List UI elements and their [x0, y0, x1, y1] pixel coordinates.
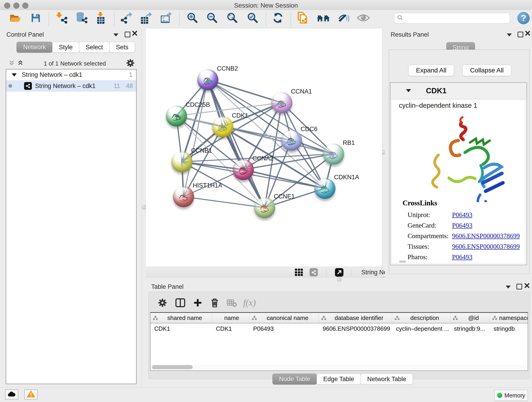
protein-structure-icon — [258, 201, 271, 215]
crosslink-row: Tissues:9606.ENSP00000378699 — [408, 241, 521, 252]
node-label-CDK1: CDK1 — [232, 112, 248, 119]
tree-expand-icon[interactable] — [12, 73, 17, 77]
network-node-CCNE1[interactable] — [254, 197, 275, 218]
network-canvas[interactable]: CCNB2 CCNA1 CDC25B CDK1 CDC6 RB1CCNB1 CC… — [146, 28, 382, 267]
table-row[interactable]: CDK1CDK1P064939606.ENSP00000378699cyclin… — [151, 323, 528, 334]
collapse-all-icon[interactable] — [8, 60, 15, 67]
warnings-button[interactable] — [24, 389, 38, 400]
network-node-CCNB1[interactable] — [171, 151, 192, 172]
export-network-icon — [120, 12, 133, 25]
status-bar: Memory — [0, 387, 532, 402]
network-type-share-icon — [310, 268, 318, 276]
search-input[interactable] — [403, 14, 510, 22]
add-column-icon[interactable] — [193, 298, 202, 308]
import-network-button[interactable] — [56, 12, 68, 25]
panel-float-icon[interactable] — [125, 32, 130, 37]
result-entry-header[interactable]: CDK1 — [390, 83, 526, 99]
tab-network-table[interactable]: Network Table — [361, 374, 413, 385]
import-database-button[interactable] — [75, 12, 88, 25]
network-node-CCNA1[interactable] — [271, 92, 292, 113]
birdseye-grid-icon[interactable] — [295, 269, 306, 276]
zoom-selected-button[interactable] — [246, 12, 259, 25]
delete-column-trash-icon[interactable] — [210, 298, 219, 309]
table-horizontal-scrollbar[interactable] — [151, 364, 527, 370]
toolbar-separator — [114, 12, 114, 26]
cloud-icon — [7, 391, 16, 398]
crosslink-value-link[interactable]: 9606.ENSP00000378699 — [452, 232, 520, 240]
column-header-shared-name[interactable]: shared name — [151, 313, 212, 323]
refresh-button[interactable] — [272, 12, 284, 25]
show-columns-icon[interactable] — [175, 298, 185, 308]
column-header-canonical-name[interactable]: canonical name — [249, 313, 319, 323]
table-body: CDK1CDK1P064939606.ENSP00000378699cyclin… — [151, 323, 528, 334]
crosslink-label: Compartments: — [408, 232, 452, 240]
panel-float-icon[interactable] — [518, 32, 523, 37]
tab-node-table[interactable]: Node Table — [272, 374, 317, 385]
network-node-CDK1[interactable] — [212, 116, 233, 137]
zoom-out-button[interactable] — [206, 12, 219, 25]
crosslink-value-link[interactable]: P06493 — [452, 211, 472, 219]
scrollbar-thumb[interactable] — [399, 261, 406, 263]
panel-float-icon[interactable] — [516, 284, 522, 289]
column-header-database-identifier[interactable]: database identifier — [319, 313, 392, 323]
hide-graphics-details-button[interactable] — [337, 12, 350, 25]
tab-network[interactable]: Network — [17, 42, 52, 53]
first-neighbors-button[interactable] — [317, 12, 330, 25]
network-node-CCNA2[interactable] — [233, 159, 254, 180]
column-header-name[interactable]: name — [212, 313, 249, 323]
help-button[interactable]: ? — [517, 12, 530, 24]
network-snapshot-button[interactable] — [297, 12, 309, 25]
import-table-button[interactable] — [95, 12, 108, 25]
panel-close-icon[interactable] — [525, 30, 531, 37]
export-image-button[interactable] — [160, 12, 173, 25]
crosslinks-list: Uniprot:P06493GeneCard:P06493Compartment… — [408, 210, 521, 262]
open-in-window-icon[interactable] — [335, 268, 343, 278]
crosslink-value-link[interactable]: P06493 — [452, 253, 472, 261]
show-graphics-details-button[interactable] — [357, 12, 370, 25]
cloud-status-button[interactable] — [5, 389, 18, 400]
panel-menu-icon[interactable] — [507, 33, 512, 36]
crosslink-value-link[interactable]: P06493 — [452, 222, 472, 229]
splitter-handle[interactable] — [337, 277, 342, 282]
network-node-CDC25B[interactable] — [166, 105, 187, 127]
expand-all-icon[interactable] — [17, 60, 24, 67]
tab-edge-table[interactable]: Edge Table — [317, 374, 361, 385]
crosslink-value-link[interactable]: 9606.ENSP00000378699 — [452, 243, 520, 250]
tab-sets[interactable]: Sets — [109, 42, 135, 53]
splitter-handle[interactable] — [142, 205, 146, 210]
table-gear-icon[interactable] — [158, 298, 167, 308]
warning-icon — [27, 390, 35, 399]
export-network-button[interactable] — [120, 12, 133, 25]
export-table-icon — [139, 12, 152, 25]
network-view-toolbar: String Network – cdk1 1 - 0 0 - 0 — [146, 267, 382, 278]
scrollbar-thumb[interactable] — [152, 365, 193, 369]
zoom-in-button[interactable] — [186, 12, 199, 25]
network-status-dot — [8, 84, 12, 88]
memory-button[interactable]: Memory — [494, 390, 528, 401]
network-node-CDKN1A[interactable] — [314, 178, 336, 199]
open-file-button[interactable] — [9, 12, 22, 25]
column-header-description[interactable]: description — [392, 313, 450, 323]
column-header-namespace[interactable]: namespace — [490, 313, 528, 323]
panel-close-icon[interactable] — [132, 30, 138, 37]
network-node-CDC6[interactable] — [281, 130, 302, 151]
collapse-all-button[interactable]: Collapse All — [462, 65, 511, 76]
network-row-selected[interactable]: String Network – cdk1 11 48 — [6, 80, 136, 92]
save-session-button[interactable] — [29, 12, 42, 25]
export-table-button[interactable] — [139, 12, 152, 25]
panel-menu-icon[interactable] — [506, 286, 511, 288]
tab-select[interactable]: Select — [79, 42, 109, 53]
panel-menu-icon[interactable] — [114, 33, 119, 36]
crosslink-label: Tissues: — [408, 243, 452, 250]
network-collection-row[interactable]: String Network – cdk1 1 — [6, 70, 136, 80]
network-node-RB1[interactable] — [323, 143, 344, 165]
tab-style[interactable]: Style — [52, 42, 79, 53]
network-node-HIST1H1A[interactable] — [173, 186, 194, 207]
expand-all-button[interactable]: Expand All — [408, 65, 454, 76]
gear-icon[interactable] — [126, 59, 135, 68]
entry-collapse-icon[interactable] — [406, 89, 411, 92]
column-header-@id[interactable]: @id — [450, 313, 490, 323]
zoom-fit-button[interactable] — [226, 12, 239, 25]
panel-close-icon[interactable] — [524, 283, 530, 289]
network-node-CCNB2[interactable] — [197, 69, 218, 90]
